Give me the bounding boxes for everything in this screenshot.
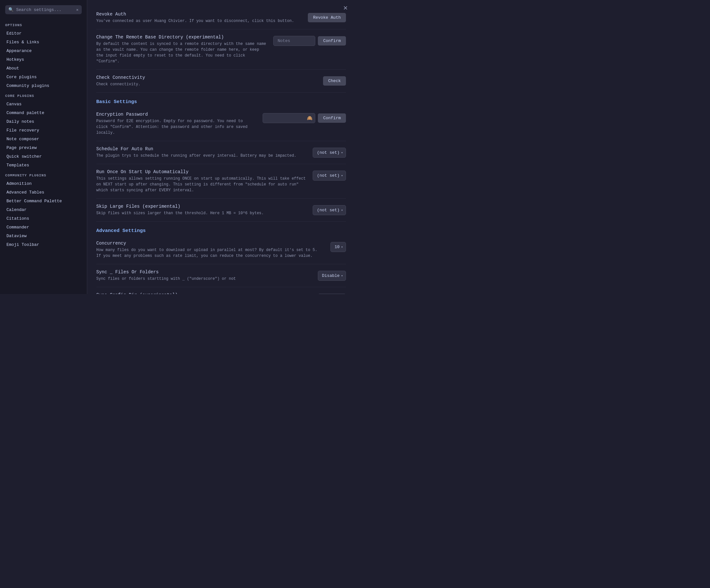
run-once-startup-value: (not set) (317, 171, 339, 180)
concurrency-select[interactable]: 10 ▾ (330, 242, 346, 252)
revoke-auth-title: Revoke Auth (96, 11, 301, 17)
change-base-dir-desc: By default the content is synced to a re… (96, 41, 267, 64)
sync-files-folders-desc: Sync files or folders startting with _ (… (96, 276, 311, 282)
sidebar-item-community-plugins[interactable]: Community plugins (1, 81, 86, 90)
search-input[interactable] (16, 7, 74, 12)
run-once-startup-title: Run Once On Start Up Automatically (96, 169, 306, 174)
skip-large-files-desc: Skip files with sizes larger than the th… (96, 210, 306, 216)
basic-settings-heading: Basic Settings (96, 93, 346, 107)
sidebar-item-emoji-toolbar[interactable]: Emoji Toolbar (1, 240, 86, 249)
sync-config-dir-control: Disable ▾ (318, 294, 346, 294)
sidebar-item-calendar[interactable]: Calendar (1, 206, 86, 214)
revoke-auth-control: Revoke Auth (308, 13, 346, 22)
revoke-auth-desc: You've connected as user Huang Chivier. … (96, 18, 301, 24)
skip-large-files-select[interactable]: (not set) ▾ (313, 205, 346, 215)
check-button[interactable]: Check (323, 76, 346, 86)
encryption-password-input[interactable] (267, 113, 306, 123)
sidebar-item-commander[interactable]: Commander (1, 223, 86, 232)
change-base-dir-info: Change The Remote Base Directory (experi… (96, 34, 267, 64)
concurrency-title: Concurrency (96, 241, 324, 246)
encryption-password-control: 🙈 Confirm (263, 113, 346, 123)
sidebar-item-hotkeys[interactable]: Hotkeys (1, 55, 86, 64)
chevron-down-icon-3: ▾ (341, 208, 343, 212)
base-dir-input[interactable] (273, 36, 315, 46)
skip-large-files-value: (not set) (317, 206, 339, 215)
concurrency-row: Concurrency How many files do you want t… (96, 236, 346, 264)
skip-large-files-title: Skip Large Files (experimental) (96, 204, 306, 209)
encryption-confirm-button[interactable]: Confirm (318, 113, 346, 123)
sync-files-folders-row: Sync _ Files Or Folders Sync files or fo… (96, 264, 346, 287)
sidebar-item-about[interactable]: About (1, 64, 86, 73)
sidebar-item-editor[interactable]: Editor (1, 29, 86, 38)
concurrency-desc: How many files do you want to download o… (96, 247, 324, 259)
sidebar-item-note-composer[interactable]: Note composer (1, 135, 86, 143)
run-once-startup-row: Run Once On Start Up Automatically This … (96, 164, 346, 199)
password-wrapper: 🙈 (263, 113, 315, 123)
chevron-down-icon-4: ▾ (341, 245, 343, 249)
schedule-auto-run-desc: The plugin trys to schedule the running … (96, 153, 306, 159)
sync-config-dir-row: Sync Config Dir (experimental) Sync conf… (96, 287, 346, 294)
check-connectivity-title: Check Connectivity (96, 75, 316, 80)
change-base-dir-title: Change The Remote Base Directory (experi… (96, 34, 267, 40)
sidebar-item-dataview[interactable]: Dataview (1, 232, 86, 240)
run-once-startup-desc: This settings allows setting running ONC… (96, 176, 306, 193)
check-connectivity-row: Check Connectivity Check connectivity. C… (96, 70, 346, 93)
skip-large-files-info: Skip Large Files (experimental) Skip fil… (96, 204, 306, 216)
sidebar-item-files-links[interactable]: Files & Links (1, 38, 86, 47)
close-button[interactable]: ✕ (340, 3, 351, 13)
sidebar-item-quick-switcher[interactable]: Quick switcher (1, 152, 86, 161)
core-plugins-label: Core plugins (0, 90, 87, 100)
schedule-auto-run-row: Schedule For Auto Run The plugin trys to… (96, 141, 346, 164)
sidebar-item-admonition[interactable]: Admonition (1, 179, 86, 188)
sync-files-folders-title: Sync _ Files Or Folders (96, 269, 311, 275)
check-connectivity-desc: Check connectivity. (96, 81, 316, 87)
sync-files-folders-info: Sync _ Files Or Folders Sync files or fo… (96, 269, 311, 282)
encryption-password-row: Encryption Password Password for E2E enc… (96, 107, 346, 141)
eye-icon[interactable]: 🙈 (307, 115, 312, 121)
revoke-auth-info: Revoke Auth You've connected as user Hua… (96, 11, 301, 24)
change-base-dir-row: Change The Remote Base Directory (experi… (96, 29, 346, 70)
check-connectivity-control: Check (323, 76, 346, 86)
change-base-dir-confirm-button[interactable]: Confirm (318, 36, 346, 46)
encryption-password-desc: Password for E2E encryption. Empty for n… (96, 118, 256, 136)
advanced-settings-heading: Advanced Settings (96, 221, 346, 236)
run-once-startup-info: Run Once On Start Up Automatically This … (96, 169, 306, 193)
encryption-password-info: Encryption Password Password for E2E enc… (96, 112, 256, 136)
sidebar-item-citations[interactable]: Citations (1, 214, 86, 223)
sidebar-item-page-preview[interactable]: Page preview (1, 143, 86, 152)
chevron-down-icon-2: ▾ (341, 173, 343, 178)
concurrency-value: 10 (335, 242, 340, 252)
schedule-auto-run-select[interactable]: (not set) ▾ (313, 148, 346, 158)
sync-config-dir-select[interactable]: Disable ▾ (318, 294, 346, 294)
sidebar-item-templates[interactable]: Templates (1, 161, 86, 170)
concurrency-info: Concurrency How many files do you want t… (96, 241, 324, 259)
sidebar-item-command-palette[interactable]: Command palette (1, 109, 86, 117)
options-label: Options (0, 19, 87, 29)
search-box: 🔍 ✕ (5, 5, 82, 14)
main-content: ✕ Revoke Auth You've connected as user H… (87, 0, 355, 294)
search-wrapper: 🔍 ✕ (0, 5, 87, 19)
run-once-startup-control: (not set) ▾ (313, 171, 346, 181)
search-icon: 🔍 (8, 7, 14, 12)
check-connectivity-info: Check Connectivity Check connectivity. (96, 75, 316, 87)
sidebar: 🔍 ✕ Options Editor Files & Links Appeara… (0, 0, 87, 294)
skip-large-files-control: (not set) ▾ (313, 205, 346, 215)
sidebar-item-daily-notes[interactable]: Daily notes (1, 117, 86, 126)
sidebar-item-file-recovery[interactable]: File recovery (1, 126, 86, 135)
change-base-dir-control: Confirm (273, 36, 346, 46)
schedule-auto-run-value: (not set) (317, 148, 339, 157)
revoke-auth-button[interactable]: Revoke Auth (308, 13, 346, 22)
sidebar-item-canvas[interactable]: Canvas (1, 100, 86, 109)
sync-files-folders-select[interactable]: Disable ▾ (318, 271, 346, 281)
schedule-auto-run-title: Schedule For Auto Run (96, 146, 306, 151)
sync-config-dir-info: Sync Config Dir (experimental) Sync conf… (96, 292, 311, 294)
run-once-startup-select[interactable]: (not set) ▾ (313, 171, 346, 181)
encryption-password-title: Encryption Password (96, 112, 256, 117)
sidebar-item-better-command-palette[interactable]: Better Command Palette (1, 197, 86, 206)
sidebar-item-appearance[interactable]: Appearance (1, 47, 86, 55)
clear-icon[interactable]: ✕ (76, 7, 78, 12)
sidebar-item-core-plugins[interactable]: Core plugins (1, 73, 86, 81)
sidebar-item-advanced-tables[interactable]: Advanced Tables (1, 188, 86, 197)
skip-large-files-row: Skip Large Files (experimental) Skip fil… (96, 199, 346, 221)
schedule-auto-run-control: (not set) ▾ (313, 148, 346, 158)
